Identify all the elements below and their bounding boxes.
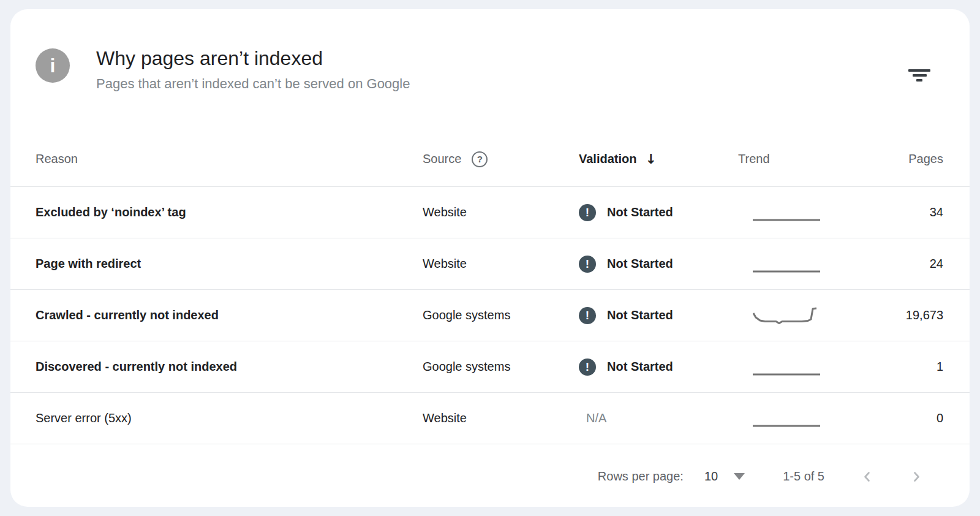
- trend-cell: [738, 409, 872, 428]
- validation-pending-icon: !: [579, 256, 596, 273]
- trend-sparkline-flat: [753, 358, 820, 376]
- column-header-validation-label: Validation: [579, 152, 636, 166]
- validation-pending-icon: !: [579, 204, 596, 221]
- exclamation-glyph: !: [586, 309, 589, 322]
- table-row[interactable]: Crawled - currently not indexed Google s…: [10, 290, 970, 341]
- rows-per-page-dropdown-icon[interactable]: [734, 473, 745, 480]
- pages-count: 1: [937, 360, 943, 373]
- why-pages-arent-indexed-card: i Why pages aren’t indexed Pages that ar…: [10, 9, 970, 507]
- exclamation-glyph: !: [586, 206, 589, 219]
- trend-cell: [738, 203, 872, 222]
- info-icon-glyph: i: [50, 55, 56, 77]
- chevron-right-icon: [909, 469, 924, 484]
- filter-icon: [916, 79, 922, 82]
- column-header-reason[interactable]: Reason: [36, 152, 423, 166]
- table-row[interactable]: Server error (5xx) Website N/A 0: [10, 393, 970, 444]
- pages-count: 0: [937, 411, 943, 425]
- filter-icon: [913, 74, 927, 77]
- validation-pending-icon: !: [579, 359, 596, 376]
- column-header-trend[interactable]: Trend: [738, 152, 872, 166]
- reason-cell: Discovered - currently not indexed: [36, 360, 237, 373]
- table-row[interactable]: Excluded by ‘noindex’ tag Website ! Not …: [10, 187, 970, 238]
- column-header-source-label: Source: [423, 152, 461, 166]
- validation-status: Not Started: [607, 360, 673, 374]
- source-cell: Google systems: [423, 360, 510, 373]
- trend-sparkline-flat: [753, 203, 820, 222]
- pages-count: 34: [930, 205, 943, 219]
- rows-per-page-value[interactable]: 10: [704, 469, 718, 484]
- validation-cell: ! Not Started: [579, 307, 738, 324]
- validation-cell: ! Not Started: [579, 359, 738, 376]
- header-text: Why pages aren’t indexed Pages that aren…: [96, 46, 410, 92]
- reason-cell: Crawled - currently not indexed: [36, 308, 219, 322]
- pages-count: 24: [930, 257, 943, 270]
- trend-sparkline-dip-spike: [753, 306, 820, 325]
- filter-button[interactable]: [905, 61, 934, 90]
- table-footer: Rows per page: 10 1-5 of 5: [10, 444, 970, 507]
- exclamation-glyph: !: [586, 360, 589, 374]
- previous-page-button[interactable]: [860, 469, 875, 484]
- source-cell: Website: [423, 411, 467, 425]
- column-header-validation[interactable]: Validation ↓: [579, 151, 738, 167]
- validation-cell: ! Not Started: [579, 204, 738, 221]
- table-row[interactable]: Page with redirect Website ! Not Started…: [10, 238, 970, 290]
- source-cell: Website: [423, 257, 467, 270]
- reason-cell: Excluded by ‘noindex’ tag: [36, 205, 186, 219]
- pagination-range: 1-5 of 5: [783, 469, 824, 484]
- info-icon: i: [36, 48, 70, 83]
- trend-cell: [738, 306, 872, 325]
- reason-cell: Server error (5xx): [36, 411, 132, 425]
- validation-pending-icon: !: [579, 307, 596, 324]
- page-title: Why pages aren’t indexed: [96, 46, 410, 70]
- trend-sparkline-flat: [753, 255, 820, 273]
- help-icon-glyph: ?: [477, 154, 483, 164]
- trend-cell: [738, 358, 872, 376]
- chevron-left-icon: [860, 469, 875, 484]
- next-page-button[interactable]: [909, 469, 924, 484]
- validation-status: Not Started: [607, 257, 673, 271]
- validation-status: N/A: [579, 411, 606, 425]
- source-cell: Google systems: [423, 308, 510, 322]
- exclamation-glyph: !: [586, 257, 589, 271]
- table-header-row: Reason Source ? Validation ↓ Trend Pages: [10, 132, 970, 187]
- validation-cell: N/A: [579, 411, 738, 425]
- help-icon[interactable]: ?: [472, 151, 488, 167]
- page-subtitle: Pages that aren’t indexed can’t be serve…: [96, 76, 410, 92]
- trend-cell: [738, 255, 872, 273]
- rows-per-page-label: Rows per page:: [598, 469, 684, 484]
- trend-sparkline-flat: [753, 409, 820, 428]
- validation-status: Not Started: [607, 205, 673, 219]
- column-header-source[interactable]: Source ?: [423, 151, 579, 167]
- validation-cell: ! Not Started: [579, 256, 738, 273]
- column-header-pages[interactable]: Pages: [872, 152, 943, 166]
- pages-count: 19,673: [906, 308, 943, 322]
- card-header: i Why pages aren’t indexed Pages that ar…: [10, 9, 970, 92]
- validation-status: Not Started: [607, 308, 673, 322]
- reason-cell: Page with redirect: [36, 257, 141, 270]
- sort-descending-icon: ↓: [645, 151, 656, 167]
- filter-icon: [908, 69, 930, 72]
- source-cell: Website: [423, 205, 467, 219]
- table-row[interactable]: Discovered - currently not indexed Googl…: [10, 341, 970, 393]
